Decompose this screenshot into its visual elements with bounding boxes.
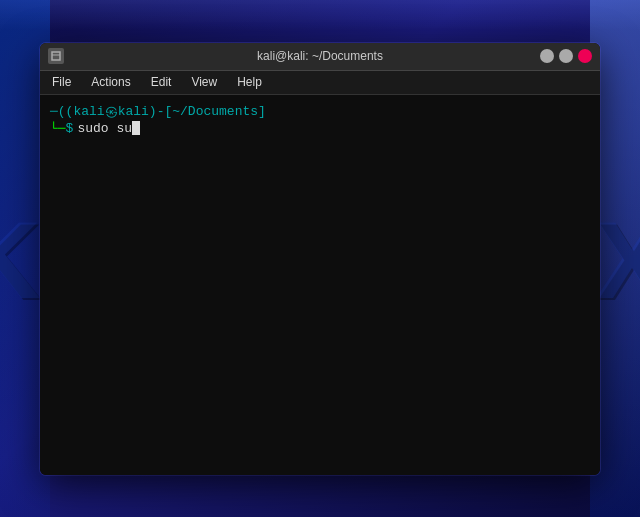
prompt-user: (kali [66, 104, 105, 119]
command-input: sudo su [77, 121, 132, 136]
menu-bar: File Actions Edit View Help [40, 71, 600, 95]
menu-edit[interactable]: Edit [147, 73, 176, 91]
menu-file[interactable]: File [48, 73, 75, 91]
window-title: kali@kali: ~/Documents [257, 49, 383, 63]
menu-view[interactable]: View [187, 73, 221, 91]
prompt-line-1: ─((kali㉿kali)-[~/Documents] [50, 103, 590, 121]
menu-actions[interactable]: Actions [87, 73, 134, 91]
menu-help[interactable]: Help [233, 73, 266, 91]
prompt-dollar: $ [66, 121, 74, 136]
close-button[interactable] [578, 49, 592, 63]
prompt-line-2: └─$sudo su [50, 121, 590, 136]
terminal-content[interactable]: ─((kali㉿kali)-[~/Documents] └─$sudo su [40, 95, 600, 475]
maximize-button[interactable] [559, 49, 573, 63]
prompt-path: ~/Documents [172, 104, 258, 119]
top-decoration [0, 0, 640, 30]
prompt-path-close: ] [258, 104, 266, 119]
prompt-host: kali [118, 104, 149, 119]
prompt-arrow: └─ [50, 121, 66, 136]
prompt-close-paren: )-[ [149, 104, 172, 119]
window-icon-area [48, 48, 64, 64]
window-icon [48, 48, 64, 64]
terminal-cursor [132, 121, 140, 135]
prompt-at: ㉿ [105, 103, 118, 121]
terminal-icon [51, 51, 61, 61]
prompt-open-paren: ─( [50, 104, 66, 119]
minimize-button[interactable] [540, 49, 554, 63]
title-bar: kali@kali: ~/Documents [40, 43, 600, 71]
terminal-window: kali@kali: ~/Documents File Actions Edit… [40, 43, 600, 475]
svg-rect-0 [52, 52, 60, 60]
window-controls [540, 49, 592, 63]
